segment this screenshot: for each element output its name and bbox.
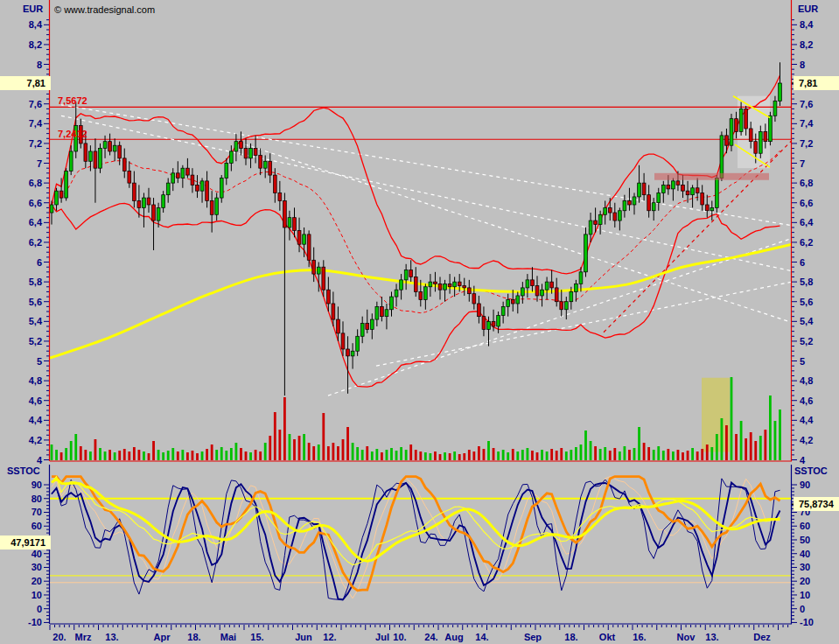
axis-tick-label: 5 [37, 356, 42, 367]
sstoc-plot-area [50, 477, 791, 600]
price-axes: 8,48,48,28,2887,67,67,47,47,27,2776,86,8… [29, 0, 814, 466]
stoch-fast [52, 479, 780, 600]
axis-tick-label: 6 [37, 257, 42, 268]
axis-tick-label: 5,2 [800, 336, 813, 346]
axis-tick-label: Okt [599, 632, 616, 642]
axis-tick-label: 13. [105, 632, 118, 642]
axis-tick-label: 4,4 [800, 415, 814, 425]
tradesignal-chart-window: 8,48,48,28,2887,67,67,47,47,27,2776,86,8… [0, 0, 839, 644]
axis-tick-label: 80 [31, 494, 42, 504]
axis-tick-label: Jul [375, 632, 389, 642]
axis-tick-label: Jun [295, 632, 312, 642]
axis-tick-label: Apr [154, 632, 171, 642]
axis-tick-label: 6,8 [29, 178, 42, 188]
axis-tick-label: 8,4 [800, 19, 814, 30]
axis-tick-label: 5,8 [800, 276, 813, 287]
axis-tick-label: 6,2 [800, 237, 813, 248]
axis-tick-label: Aug [444, 632, 463, 642]
axis-tick-label: 10 [31, 590, 42, 600]
axis-tick-label: Sep [524, 632, 542, 642]
axis-tick-label: 0 [37, 604, 42, 614]
axis-tick-label: 8 [800, 60, 805, 70]
axis-tick-label: 6,8 [800, 178, 813, 188]
axis-tick-label: 5,8 [29, 276, 42, 287]
axis-tick-label: 7,2 [800, 138, 813, 149]
axis-tick-label: 4,8 [29, 375, 42, 386]
axis-tick-label: 6,2 [29, 237, 42, 248]
axis-tick-label: 4 [800, 455, 806, 466]
axis-tick-label: 18. [564, 632, 577, 642]
axis-tick-label: 6,6 [29, 198, 42, 208]
axis-tick-label: Nov [677, 632, 696, 642]
axis-tick-label: 6,4 [29, 217, 43, 228]
axis-tick-label: -10 [800, 617, 814, 627]
sstoc-value-badge-left: 47,9171 [0, 536, 51, 550]
axis-tick-label: 5,4 [29, 316, 43, 326]
currency-axis-label-left: EUR [23, 3, 43, 15]
axis-tick-label: 4,4 [29, 415, 43, 425]
trendline [376, 282, 792, 366]
candlestick-series [50, 62, 781, 396]
axis-tick-label: 7,4 [800, 118, 814, 129]
axis-tick-label: 0 [800, 604, 805, 614]
axis-tick-label: 5,6 [29, 297, 42, 307]
axis-tick-label: 5 [800, 356, 805, 367]
axis-tick-label: 30 [800, 562, 810, 572]
axis-tick-label: 18. [187, 632, 200, 642]
watermark-text: © www.tradesignal.com [54, 4, 155, 16]
axis-tick-label: 10. [393, 632, 406, 642]
axis-tick-label: 40 [31, 549, 42, 559]
axis-tick-label: -10 [28, 617, 42, 627]
trendline [328, 238, 792, 396]
axis-tick-label: 50 [800, 535, 810, 545]
axis-tick-label: 7,6 [800, 99, 813, 109]
axis-tick-label: 7,4 [29, 118, 43, 129]
support-line-label: 7,2412 [58, 128, 87, 140]
last-price-badge-left: 7,81 [0, 76, 51, 90]
axis-tick-label: 20 [800, 576, 810, 586]
axis-tick-label: 60 [31, 521, 42, 531]
resistance-line-label: 7,5672 [58, 94, 87, 107]
axis-tick-label: 7,2 [29, 138, 42, 149]
axis-tick-label: 60 [800, 521, 810, 531]
axis-tick-label: 7 [800, 158, 805, 169]
trendline [604, 141, 792, 332]
volume-bars [51, 377, 781, 460]
axis-tick-label: 4,2 [29, 435, 42, 445]
axis-tick-label: Mrz [75, 632, 92, 642]
axis-tick-label: 90 [31, 480, 42, 490]
axis-tick-label: 70 [31, 507, 42, 517]
axis-tick-label: 6 [800, 257, 805, 268]
price-plot-area [50, 62, 792, 460]
axis-tick-label: Mai [220, 632, 236, 642]
axis-tick-label: 14. [475, 632, 488, 642]
axis-tick-label: 4 [37, 455, 43, 466]
axis-tick-label: 5,6 [800, 297, 813, 307]
axis-tick-label: 4,6 [800, 396, 813, 406]
axis-tick-label: 8,2 [29, 39, 42, 50]
axis-tick-label: Dez [753, 632, 771, 642]
axis-tick-label: 13. [705, 632, 718, 642]
stoch-slow [52, 483, 780, 600]
stoch-signal-fast [52, 477, 780, 598]
axis-tick-label: 40 [800, 549, 810, 559]
axis-tick-label: 15. [250, 632, 263, 642]
sstoc-axes: 90807060403020100-1090706050403020100-10 [28, 465, 814, 627]
sstoc-value-badge-right: 75,8734 [794, 497, 839, 511]
axis-tick-label: 5,4 [800, 316, 814, 326]
axis-tick-label: 20. [52, 632, 66, 642]
chart-canvas[interactable]: 8,48,48,28,2887,67,67,47,47,27,2776,86,8… [0, 0, 839, 644]
axis-tick-label: 12. [323, 632, 336, 642]
axis-tick-label: 4,2 [800, 435, 813, 445]
axis-tick-label: 8 [37, 60, 42, 70]
axis-tick-label: 20 [31, 576, 42, 586]
indicator-name-left: SSTOC [7, 465, 40, 477]
axis-tick-label: 10 [800, 590, 810, 600]
axis-tick-label: 8,2 [800, 39, 813, 50]
axis-tick-label: 4,8 [800, 375, 813, 386]
last-price-badge-right: 7,81 [794, 76, 839, 90]
resistance-band-zone [654, 173, 769, 180]
axis-tick-label: 5,2 [29, 336, 42, 346]
currency-axis-label-right: EUR [798, 3, 818, 15]
axis-tick-label: 90 [800, 480, 810, 490]
